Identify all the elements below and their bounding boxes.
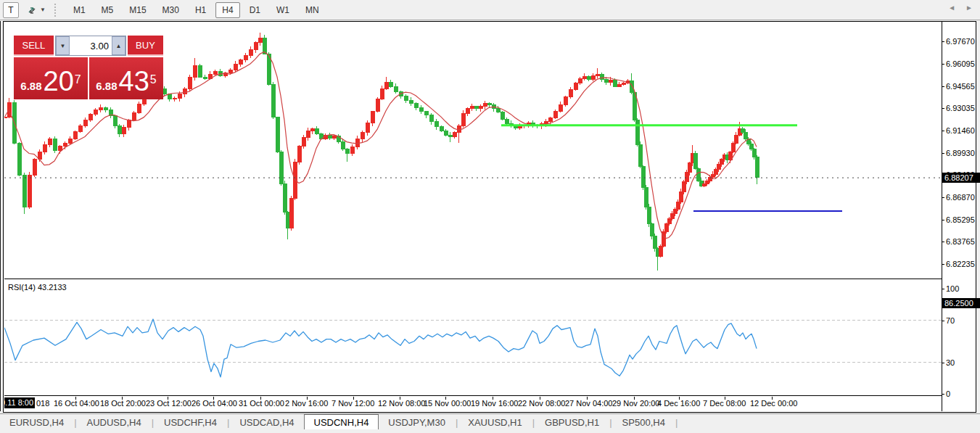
time-axis-tick: [353, 397, 354, 400]
price-axis-tick: [942, 108, 944, 109]
time-axis-label: 4 Dec 16:00: [657, 399, 700, 408]
price-axis-label: 6.97670: [946, 37, 975, 46]
buy-quote[interactable]: 6.88435: [89, 57, 163, 99]
status-strip: [0, 429, 980, 433]
chart-window[interactable]: USDCNH,H4 6.89090 6.89270 6.87707 6.8820…: [3, 21, 976, 413]
window-splitter[interactable]: [0, 21, 1, 411]
time-axis-tick: [75, 397, 76, 400]
rsi-axis-label: 0: [946, 389, 950, 398]
time-axis-label: 27 Nov 04:00: [565, 399, 612, 408]
buy-price-prefix: 6.88: [96, 79, 117, 94]
price-axis-label: 6.94565: [946, 82, 975, 91]
time-axis-tick: [679, 397, 680, 400]
buy-button[interactable]: BUY: [128, 36, 163, 56]
chart-tab-eurusd[interactable]: EURUSD,H4: [0, 416, 73, 430]
chart-tab-usdcad[interactable]: USDCAD,H4: [230, 416, 303, 430]
time-axis-label: 29 Nov 20:00: [612, 399, 659, 408]
mt4-terminal: T ▼ M1M5M15M30H1H4D1W1MN USDCNH,H4 6.890…: [0, 0, 980, 433]
sell-price-sup: 7: [75, 66, 81, 94]
rsi-indicator-pane[interactable]: [4, 281, 942, 395]
timeframe-button-h4[interactable]: H4: [215, 2, 239, 18]
text-tool-button[interactable]: T: [3, 2, 19, 18]
time-axis-tick: [540, 397, 540, 400]
rsi-axis-tick: [942, 363, 944, 363]
volume-increase-button[interactable]: ▲: [112, 36, 125, 55]
price-axis-tick: [942, 41, 944, 42]
toolbar-grip[interactable]: [54, 4, 59, 17]
price-axis-label: 6.89930: [946, 149, 975, 157]
chart-tab-xauusd[interactable]: XAUUSD,H1: [458, 416, 531, 430]
timeframe-button-w1[interactable]: W1: [270, 2, 296, 18]
tab-separator: |: [675, 417, 678, 430]
sell-price-main: 20: [44, 69, 74, 94]
rsi-value-tag: 86.2500: [942, 298, 980, 308]
sell-button[interactable]: SELL: [14, 36, 54, 56]
price-axis-divider: [942, 22, 942, 411]
time-axis-label: 7 Dec 08:00: [703, 399, 746, 408]
time-axis-tick: [725, 397, 725, 400]
time-axis-tick: [213, 397, 214, 400]
price-axis-label: 6.86870: [946, 193, 975, 202]
time-axis-tick: [307, 397, 308, 400]
chart-tab-usdjpy[interactable]: USDJPY,M30: [379, 416, 455, 430]
buy-price-main: 43: [119, 69, 149, 94]
time-axis-label: 7 Nov 12:00: [332, 399, 374, 408]
chart-tab-gbpusd[interactable]: GBPUSD,H1: [535, 416, 609, 430]
volume-input[interactable]: [70, 36, 112, 55]
time-axis-tick: [634, 397, 635, 400]
chart-tabs-bar: EURUSD,H4|AUDUSD,H4|USDCHF,H4|USDCAD,H4U…: [0, 413, 980, 430]
rsi-axis-label: 70: [946, 316, 955, 325]
price-axis-tick: [942, 86, 944, 87]
sell-price-prefix: 6.88: [20, 79, 41, 94]
time-axis-tick: [493, 397, 493, 400]
timeframe-button-m5[interactable]: M5: [95, 2, 120, 18]
rsi-bottom-separator: [4, 395, 942, 396]
timeframe-buttons: M1M5M15M30H1H4D1W1MN: [65, 2, 327, 18]
timeframe-button-h1[interactable]: H1: [189, 2, 213, 18]
rsi-axis-label: 30: [946, 358, 955, 367]
time-axis-label: 12 Nov 08:00: [378, 399, 425, 408]
time-axis-tick: [445, 397, 446, 400]
timeframe-button-mn[interactable]: MN: [299, 2, 326, 18]
chevron-down-icon[interactable]: ▼: [40, 7, 46, 13]
volume-decrease-button[interactable]: ▼: [56, 36, 70, 55]
chart-tab-sp500[interactable]: SP500,H4: [613, 416, 675, 430]
time-axis-label: 15 Nov 00:00: [424, 399, 471, 408]
time-axis-label: 12 Dec 00:00: [750, 399, 797, 408]
sell-quote[interactable]: 6.88207: [14, 57, 88, 99]
time-axis[interactable]: 0.11 8:00 018 16 Oct 04:0018 Oct 20:0023…: [4, 397, 942, 411]
time-axis-tick: [772, 397, 773, 400]
price-axis-label: 6.85295: [946, 215, 975, 224]
bid-price-tag: 6.88207: [942, 173, 980, 183]
timeframe-button-m1[interactable]: M1: [67, 2, 92, 18]
price-axis-tick: [942, 220, 944, 220]
cursor-mode-button[interactable]: ▼: [26, 4, 46, 16]
one-click-trading-widget: SELL ▼ ▲ BUY 6.88207 6.88435: [14, 36, 163, 101]
chart-tab-usdcnh[interactable]: USDCNH,H4: [304, 414, 379, 430]
time-axis-label: 22 Nov 08:00: [518, 399, 565, 408]
timeframe-button-d1[interactable]: D1: [243, 2, 267, 18]
price-axis-tick: [942, 131, 944, 131]
price-axis-label: 6.82235: [946, 260, 975, 268]
time-axis-tick: [260, 397, 261, 400]
time-axis-label: 2 Nov 16:00: [285, 399, 328, 408]
timeframe-button-m30[interactable]: M30: [156, 2, 186, 18]
time-axis-label: 19 Nov 16:00: [471, 399, 518, 408]
price-axis-label: 6.93035: [946, 104, 975, 112]
price-axis-label: 6.91460: [946, 126, 975, 135]
time-axis-label: 31 Oct 00:00: [239, 399, 284, 408]
tab-scroll-right-icon[interactable]: ►: [965, 4, 973, 12]
double-arrow-icon: [26, 4, 38, 16]
price-axis-label: 6.96095: [946, 59, 975, 68]
chart-tab-audusd[interactable]: AUDUSD,H4: [78, 416, 151, 430]
chart-tab-usdchf[interactable]: USDCHF,H4: [155, 416, 226, 430]
rsi-axis-tick: [942, 289, 944, 289]
rsi-label: RSI(14) 43.2133: [8, 283, 67, 292]
buy-price-sup: 5: [150, 66, 157, 94]
tab-scroll-left-icon[interactable]: ◄: [948, 4, 955, 12]
timeframe-button-m15[interactable]: M15: [123, 2, 152, 18]
time-cursor-tag: 0.11 8:00: [4, 397, 35, 408]
time-axis-tick: [400, 397, 400, 400]
time-axis-label: 18 Oct 20:00: [100, 399, 146, 408]
rsi-axis-tick: [942, 321, 944, 321]
